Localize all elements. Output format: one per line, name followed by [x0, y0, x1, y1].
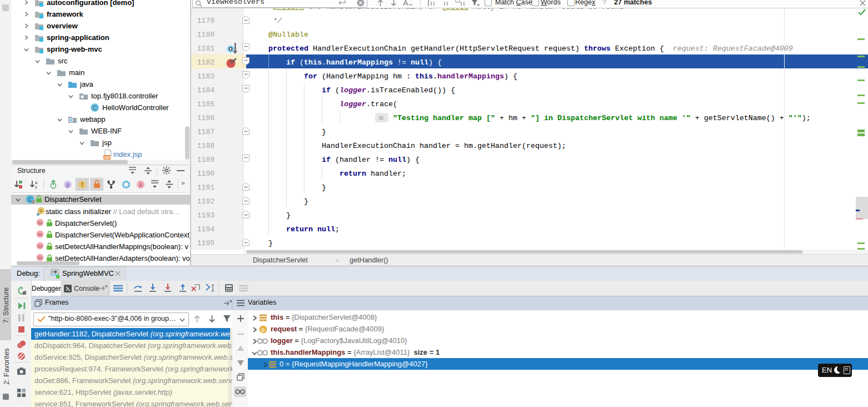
- svg-text:=: =: [39, 208, 43, 214]
- svg-text:p: p: [66, 182, 69, 188]
- svg-text:m: m: [38, 220, 42, 226]
- svg-text:z: z: [35, 185, 37, 189]
- svg-text:λ: λ: [139, 182, 142, 188]
- svg-text:JSP: JSP: [103, 155, 111, 159]
- svg-text:C: C: [93, 104, 97, 111]
- svg-text:m: m: [38, 255, 42, 261]
- svg-text:p: p: [262, 327, 265, 333]
- svg-text:f: f: [82, 181, 83, 188]
- svg-text:m: m: [38, 231, 42, 237]
- svg-text:m: m: [38, 243, 42, 249]
